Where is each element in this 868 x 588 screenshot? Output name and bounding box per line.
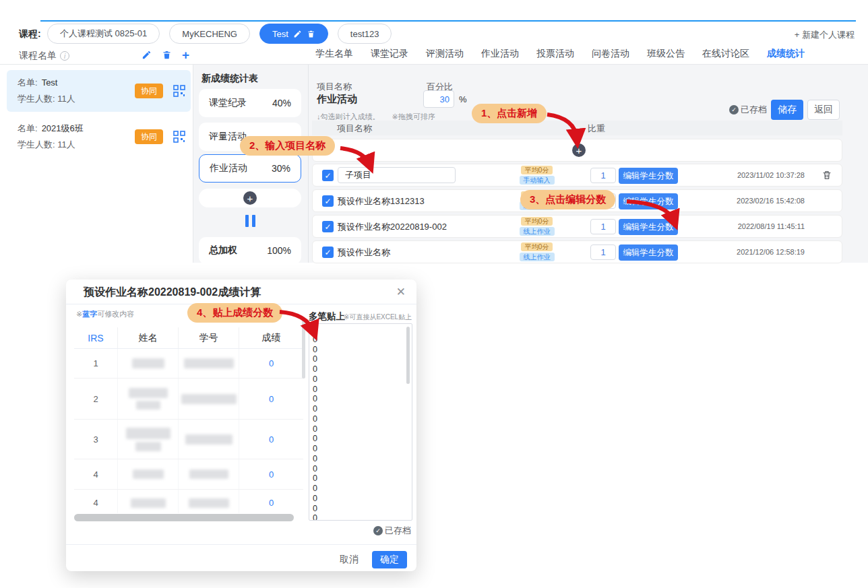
redacted-name bbox=[131, 498, 166, 508]
score-cell[interactable]: 0 bbox=[239, 379, 303, 419]
row-checkbox[interactable]: ✓ bbox=[322, 195, 334, 207]
weight-input[interactable] bbox=[590, 219, 616, 234]
irs-cell: 2 bbox=[74, 379, 118, 419]
row-timestamp: 2023/02/16 15:42:08 bbox=[737, 197, 805, 205]
check-icon: ✓ bbox=[729, 105, 739, 115]
irs-cell: 4 bbox=[74, 490, 118, 513]
stat-value: 30% bbox=[272, 163, 290, 174]
percent-input[interactable] bbox=[423, 90, 454, 108]
add-roster-icon[interactable]: + bbox=[182, 50, 189, 60]
cancel-button[interactable]: 取消 bbox=[340, 554, 359, 566]
row-name: 预设作业名称20220819-002 bbox=[338, 221, 447, 233]
redacted-id bbox=[184, 358, 234, 368]
pencil-icon[interactable] bbox=[142, 50, 152, 60]
row-badges: 平均0分 线上作业 bbox=[505, 217, 569, 236]
score-row-3: 4 0 bbox=[74, 459, 303, 490]
stat-item-homework[interactable]: 作业活动 30% bbox=[199, 154, 301, 183]
trash-icon[interactable] bbox=[307, 30, 315, 38]
roster-name: 名单:Test bbox=[18, 77, 57, 89]
percent-unit: % bbox=[459, 94, 467, 104]
score-row-4: 4 0 bbox=[74, 490, 303, 513]
col-name-header: 项目名称 bbox=[337, 123, 372, 135]
irs-cell: 1 bbox=[74, 349, 118, 378]
top-divider bbox=[40, 20, 856, 22]
score-cell[interactable]: 0 bbox=[239, 349, 303, 378]
edit-scores-button[interactable]: 编辑学生分数 bbox=[619, 168, 678, 184]
score-table: IRS 姓名 学号 成绩 1 0 2 0 3 0 bbox=[74, 327, 303, 513]
stat-label: 作业活动 bbox=[210, 162, 247, 174]
course-tab-0[interactable]: 个人课程测试 0825-01 bbox=[47, 24, 160, 44]
score-cell[interactable]: 0 bbox=[239, 459, 303, 489]
add-stat-item-button[interactable]: + bbox=[199, 189, 301, 207]
weight-input[interactable] bbox=[590, 244, 616, 260]
qrcode-icon[interactable] bbox=[173, 84, 186, 98]
subitem-name-input[interactable] bbox=[338, 167, 456, 183]
course-tab-test[interactable]: Test bbox=[259, 24, 328, 44]
stat-total: 总加权 100% bbox=[199, 237, 301, 264]
redacted-id bbox=[189, 469, 228, 479]
collab-badge: 协同 bbox=[135, 84, 163, 98]
roster-name: 名单:2021级6班 bbox=[18, 123, 84, 135]
grade-row-3: ✓ 预设作业名称 平均0分 线上作业 编辑学生分数 2021/12/06 12:… bbox=[312, 240, 842, 263]
redacted-id bbox=[189, 498, 229, 508]
table-scrollbar-vertical[interactable] bbox=[302, 317, 305, 379]
paste-textarea[interactable]: 0 0 0 0 0 0 0 0 0 0 0 0 0 0 0 0 0 0 0 0 … bbox=[309, 323, 412, 521]
redacted-id bbox=[181, 394, 237, 404]
row-name: 预设作业名称1312313 bbox=[338, 195, 425, 207]
stat-label: 课堂纪录 bbox=[209, 97, 247, 109]
course-tab-1[interactable]: MyKECHENG bbox=[169, 24, 250, 44]
qrcode-icon[interactable] bbox=[173, 130, 186, 143]
grade-row-0: ✓ 平均0分 手动输入 编辑学生分数 2023/11/02 10:37:28 bbox=[312, 164, 842, 187]
row-checkbox[interactable]: ✓ bbox=[322, 221, 334, 232]
table-scrollbar-horizontal[interactable] bbox=[74, 514, 294, 521]
row-checkbox[interactable]: ✓ bbox=[322, 247, 334, 258]
stat-item-classrecord[interactable]: 课堂纪录 40% bbox=[199, 89, 301, 117]
project-name-label: 项目名称 bbox=[317, 81, 352, 93]
add-subitem-button[interactable]: + bbox=[572, 143, 586, 157]
redacted-name bbox=[129, 388, 168, 398]
type-badge: 线上作业 bbox=[520, 253, 555, 261]
add-subitem-row: + bbox=[312, 139, 842, 162]
modal-footer: 取消 确定 bbox=[66, 544, 416, 571]
edit-icon[interactable] bbox=[293, 30, 302, 38]
score-row-1: 2 0 bbox=[74, 379, 303, 420]
col-weight-header: 比重 bbox=[588, 123, 605, 135]
irs-cell: 3 bbox=[74, 420, 118, 459]
weight-input[interactable] bbox=[590, 168, 616, 183]
stat-total-value: 100% bbox=[267, 245, 291, 256]
annotation-step2: 2、输入项目名称 bbox=[240, 136, 335, 156]
row-checkbox[interactable]: ✓ bbox=[322, 170, 334, 181]
modal-saved-status: ✓ 已存档 bbox=[373, 525, 411, 537]
app-root: 课程: 个人课程测试 0825-01 MyKECHENG Test test12… bbox=[0, 0, 868, 588]
type-badge: 线上作业 bbox=[520, 227, 555, 236]
score-cell[interactable]: 0 bbox=[239, 490, 303, 513]
trash-icon[interactable] bbox=[822, 170, 832, 181]
course-tab-bar: 个人课程测试 0825-01 MyKECHENG Test test123 bbox=[47, 24, 392, 44]
col-name: 姓名 bbox=[118, 327, 179, 348]
save-button[interactable]: 储存 bbox=[771, 100, 803, 120]
row-timestamp: 2023/11/02 10:37:28 bbox=[737, 171, 805, 179]
edit-scores-button[interactable]: 编辑学生分数 bbox=[619, 219, 678, 235]
paste-label: 多笔贴上 bbox=[309, 311, 345, 323]
redacted-name bbox=[133, 469, 164, 479]
edit-scores-button[interactable]: 编辑学生分数 bbox=[619, 193, 678, 209]
roster-card-2021[interactable]: 名单:2021级6班 学生人数: 11人 协同 bbox=[7, 116, 191, 158]
col-id: 学号 bbox=[179, 327, 239, 348]
confirm-button[interactable]: 确定 bbox=[372, 551, 407, 568]
course-tab-label: Test bbox=[272, 29, 288, 39]
edit-scores-button[interactable]: 编辑学生分数 bbox=[619, 244, 678, 261]
grade-row-2: ✓ 预设作业名称20220819-002 平均0分 线上作业 编辑学生分数 20… bbox=[312, 215, 842, 238]
redacted-name bbox=[136, 401, 160, 410]
paste-hint: ※可直接从EXCEL贴上 bbox=[344, 313, 412, 322]
stat-value: 40% bbox=[272, 98, 291, 108]
pause-icon[interactable] bbox=[199, 215, 301, 227]
row-timestamp: 2022/08/19 11:45:11 bbox=[738, 222, 805, 230]
roster-card-test[interactable]: 名单:Test 学生人数: 11人 协同 bbox=[7, 70, 191, 112]
trash-icon[interactable] bbox=[162, 50, 172, 60]
close-icon[interactable]: ✕ bbox=[396, 285, 406, 299]
course-tab-3[interactable]: test123 bbox=[338, 24, 392, 44]
new-personal-course-link[interactable]: + 新建个人课程 bbox=[795, 29, 855, 41]
back-button[interactable]: 返回 bbox=[807, 100, 840, 120]
saved-status: ✓ 已存档 bbox=[729, 104, 767, 116]
score-cell[interactable]: 0 bbox=[239, 420, 303, 459]
